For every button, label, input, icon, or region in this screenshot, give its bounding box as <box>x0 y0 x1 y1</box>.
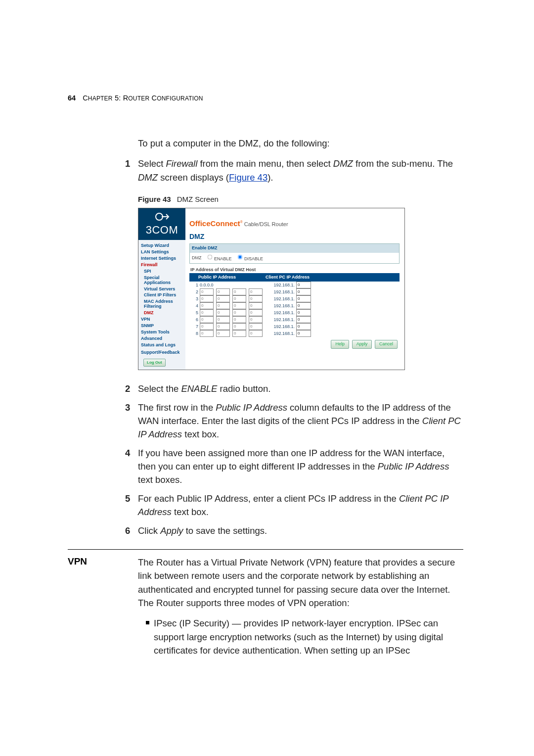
table-row: 70000192.168.1.0 <box>189 323 400 330</box>
vpn-heading: VPN <box>68 556 138 567</box>
nav-support-feedback[interactable]: Support/Feedback <box>141 350 183 355</box>
client-ip-prefix: 192.168.1. <box>265 289 295 295</box>
table-row: 20000192.168.1.0 <box>189 288 400 295</box>
chapter-title: CHAPTER 5: ROUTER CONFIGURATION <box>83 94 203 102</box>
client-ip-prefix: 192.168.1. <box>265 296 295 302</box>
public-ip-octet[interactable]: 0 <box>200 295 214 302</box>
public-ip-octet[interactable]: 0 <box>232 309 246 316</box>
public-ip-octet[interactable]: 0 <box>200 309 214 316</box>
figure-43-link[interactable]: Figure 43 <box>229 172 267 183</box>
nav-virtual-servers[interactable]: Virtual Servers <box>141 287 183 292</box>
client-ip-last-octet[interactable]: 0 <box>296 323 311 330</box>
panel-heading: DMZ <box>189 232 400 242</box>
router-title: OfficeConnect® Cable/DSL Router <box>185 208 404 229</box>
public-ip-octet[interactable]: 0 <box>216 288 230 295</box>
client-ip-last-octet[interactable]: 0 <box>296 316 311 323</box>
public-ip-octet[interactable]: 0 <box>216 330 230 337</box>
public-ip-octet[interactable]: 0 <box>216 309 230 316</box>
step-2: Select the ENABLE radio button. <box>138 382 463 395</box>
public-ip-octet[interactable]: 0 <box>232 330 246 337</box>
client-ip-prefix: 192.168.1. <box>265 303 295 309</box>
public-ip-octet[interactable]: 0 <box>200 330 214 337</box>
intro-paragraph: To put a computer in the DMZ, do the fol… <box>138 137 463 150</box>
nav-dmz[interactable]: DMZ <box>141 311 183 316</box>
nav-setup-wizard[interactable]: Setup Wizard <box>141 243 183 248</box>
client-ip-last-octet[interactable]: 0 <box>296 295 311 302</box>
figure-caption: Figure 43DMZ Screen <box>138 194 463 205</box>
client-ip-prefix: 192.168.1. <box>265 310 295 316</box>
public-ip-octet[interactable]: 0 <box>232 288 246 295</box>
vpn-paragraph: The Router has a Virtual Private Network… <box>138 556 463 610</box>
nav-system-tools[interactable]: System Tools <box>141 330 183 335</box>
dmz-screenshot: 3COM Setup Wizard LAN Settings Internet … <box>138 208 405 370</box>
table-row: 60000192.168.1.0 <box>189 316 400 323</box>
public-ip-octet[interactable]: 0 <box>249 295 263 302</box>
nav-lan-settings[interactable]: LAN Settings <box>141 250 183 255</box>
public-ip-octet[interactable]: 0 <box>232 302 246 309</box>
nav-special-applications[interactable]: Special Applications <box>141 276 183 285</box>
logout-button[interactable]: Log Out <box>143 359 166 367</box>
client-ip-last-octet[interactable]: 0 <box>296 288 311 295</box>
client-ip-last-octet[interactable]: 0 <box>296 282 311 288</box>
col-client-ip: Client PC IP Address <box>264 273 400 282</box>
public-ip-octet[interactable]: 0 <box>216 302 230 309</box>
page-number: 64 <box>68 94 76 102</box>
public-ip-octet[interactable]: 0 <box>200 302 214 309</box>
table-row: 80000192.168.1.0 <box>189 330 400 337</box>
table-row: 10.0.0.0192.168.1.0 <box>189 282 400 288</box>
enable-radio[interactable]: ENABLE <box>207 254 232 262</box>
vpn-bullet-ipsec: IPsec (IP Security) — provides IP networ… <box>146 616 463 657</box>
public-ip-octet[interactable]: 0 <box>249 323 263 330</box>
client-ip-prefix: 192.168.1. <box>265 331 295 337</box>
nav-advanced[interactable]: Advanced <box>141 336 183 341</box>
public-ip-octet[interactable]: 0 <box>200 288 214 295</box>
cancel-button[interactable]: Cancel <box>375 340 398 348</box>
public-ip-octet[interactable]: 0 <box>232 323 246 330</box>
nav-vpn[interactable]: VPN <box>141 317 183 322</box>
step-4: If you have been assigned more than one … <box>138 446 463 487</box>
table-row: 50000192.168.1.0 <box>189 309 400 316</box>
client-ip-last-octet[interactable]: 0 <box>296 330 311 337</box>
nav-internet-settings[interactable]: Internet Settings <box>141 256 183 261</box>
public-ip-octet[interactable]: 0 <box>249 288 263 295</box>
step-3: The first row in the Public IP Address c… <box>138 401 463 441</box>
public-ip-octet[interactable]: 0 <box>200 316 214 323</box>
step-6: Click Apply to save the settings. <box>138 524 463 537</box>
client-ip-last-octet[interactable]: 0 <box>296 302 311 309</box>
nav-client-ip-filters[interactable]: Client IP Filters <box>141 293 183 298</box>
public-ip-octet[interactable]: 0 <box>249 309 263 316</box>
brand-logo: 3COM <box>138 208 185 240</box>
sidebar-nav: Setup Wizard LAN Settings Internet Setti… <box>138 240 185 370</box>
public-ip-octet[interactable]: 0 <box>232 295 246 302</box>
client-ip-last-octet[interactable]: 0 <box>296 309 311 316</box>
table-row: 30000192.168.1.0 <box>189 295 400 302</box>
virtual-dmz-host-label: IP Address of Virtual DMZ Host <box>190 267 400 273</box>
nav-status-logs[interactable]: Status and Logs <box>141 343 183 348</box>
public-ip-octet[interactable]: 0 <box>249 316 263 323</box>
public-ip-octet[interactable]: 0 <box>216 295 230 302</box>
client-ip-prefix: 192.168.1. <box>265 324 295 330</box>
nav-mac-filtering[interactable]: MAC Address Filtering <box>141 299 183 309</box>
public-ip-octet[interactable]: 0 <box>216 316 230 323</box>
step-1: Select Firewall from the main menu, then… <box>138 157 463 370</box>
disable-radio[interactable]: DISABLE <box>237 254 264 262</box>
apply-button[interactable]: Apply <box>352 340 372 348</box>
nav-snmp[interactable]: SNMP <box>141 324 183 329</box>
public-ip-octet[interactable]: 0 <box>249 302 263 309</box>
client-ip-prefix: 192.168.1. <box>265 317 295 323</box>
col-public-ip: Public IP Address <box>189 273 264 282</box>
nav-firewall[interactable]: Firewall <box>141 263 183 268</box>
nav-spi[interactable]: SPI <box>141 269 183 274</box>
step-5: For each Public IP Address, enter a clie… <box>138 492 463 519</box>
section-divider <box>68 549 463 550</box>
public-ip-octet[interactable]: 0 <box>200 323 214 330</box>
public-ip-octet[interactable]: 0 <box>232 316 246 323</box>
enable-dmz-header: Enable DMZ <box>190 244 399 252</box>
table-row: 40000192.168.1.0 <box>189 302 400 309</box>
page-header: 64 CHAPTER 5: ROUTER CONFIGURATION <box>68 94 463 102</box>
row1-public-ip: 0.0.0.0 <box>200 282 264 288</box>
public-ip-octet[interactable]: 0 <box>249 330 263 337</box>
public-ip-octet[interactable]: 0 <box>216 323 230 330</box>
help-button[interactable]: Help <box>331 340 349 348</box>
client-ip-prefix: 192.168.1. <box>265 282 295 288</box>
